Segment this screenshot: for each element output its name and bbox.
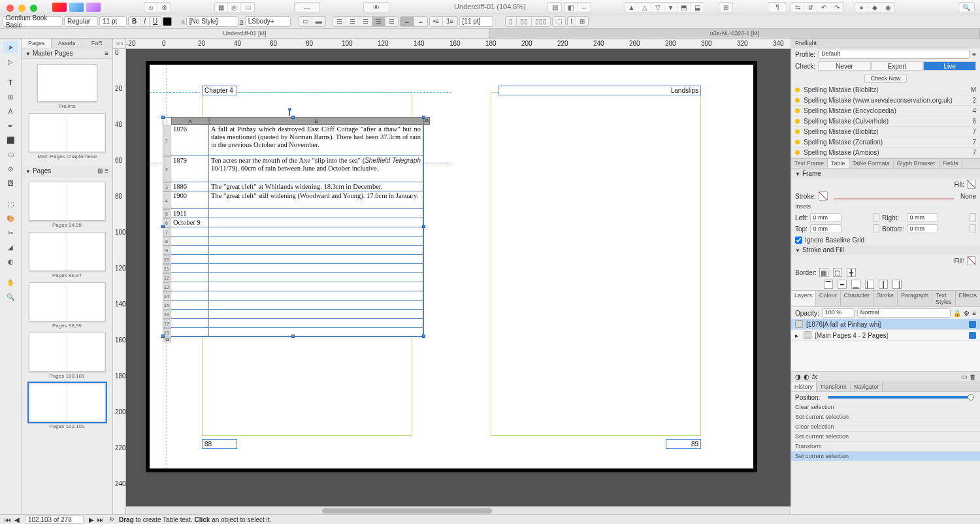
table-row[interactable]: 1876A fall at Pinhay which destroyed Eas… <box>171 125 423 156</box>
layer-row[interactable]: [1876|A fall at Pinhay whi] <box>791 319 980 330</box>
transform-tab[interactable]: Transform <box>817 382 851 391</box>
spacing-icon[interactable]: ↔ <box>578 3 591 12</box>
pan-tool[interactable]: ✋ <box>3 276 18 288</box>
font-size-field[interactable]: 11 pt <box>99 16 127 27</box>
table-row[interactable] <box>171 282 423 291</box>
layer-mask-icon[interactable]: ◑ <box>795 373 801 380</box>
inset-bottom-stepper[interactable] <box>970 224 976 233</box>
minimize-window[interactable] <box>18 5 25 12</box>
bullet-list[interactable]: •≡ <box>430 17 443 26</box>
colour-tab[interactable]: Colour <box>816 291 841 306</box>
fill-tool[interactable]: ◢ <box>3 241 18 253</box>
backward-icon[interactable]: ▽ <box>651 3 664 12</box>
col3[interactable]: ▯▯▯ <box>532 17 550 26</box>
page-thumb[interactable] <box>29 333 106 372</box>
flip-v-icon[interactable]: ⇵ <box>804 3 817 12</box>
table-row[interactable]: 1886The "great cleft" at Whitlands widen… <box>171 182 423 191</box>
row-header[interactable]: 1 <box>163 125 171 156</box>
preflight-export[interactable]: Export <box>871 61 924 71</box>
preflight-item[interactable]: Spelling Mistake (Bioblitz)7 <box>791 127 980 137</box>
stroke-tab[interactable]: Stroke <box>874 291 898 306</box>
zoom-tool[interactable]: 🔍 <box>3 291 18 303</box>
artistic-text-tool[interactable]: A <box>3 105 18 117</box>
folio-left[interactable]: 88 <box>202 439 237 449</box>
row-header[interactable]: 9 <box>163 246 171 255</box>
table-row[interactable] <box>171 237 423 246</box>
text-color-swatch[interactable] <box>163 17 172 26</box>
row-header[interactable]: 11 <box>163 264 171 273</box>
layers-tab[interactable]: Layers <box>791 291 816 306</box>
pen-tool[interactable]: ✒ <box>3 120 18 131</box>
frame-fill-swatch[interactable] <box>967 180 976 189</box>
layer-adjustment-icon[interactable]: ◐ <box>804 373 809 380</box>
doc-tab-1[interactable]: Undercliff-01 [M] <box>0 29 490 38</box>
snap-icon[interactable]: ⊞ <box>719 3 732 12</box>
folio-right[interactable]: 89 <box>666 439 701 449</box>
settings-icon[interactable]: ⚙ <box>157 3 171 12</box>
insert1[interactable]: t <box>568 17 577 26</box>
history-item[interactable]: Clear selection <box>791 422 980 432</box>
preflight-item[interactable]: Spelling Mistake (www.axevaleconservatio… <box>791 95 980 106</box>
search-icon[interactable]: 🔍 <box>958 3 974 12</box>
transparency-tool[interactable]: ◐ <box>3 255 18 267</box>
border-mid-h-icon[interactable]: ━ <box>838 280 847 289</box>
page-indicator[interactable]: 102,103 of 278 <box>25 516 84 524</box>
merge-icon[interactable]: ◧ <box>564 3 578 12</box>
table-row[interactable] <box>171 255 423 264</box>
preflight-profile-select[interactable]: Default <box>818 50 970 59</box>
preflight-item[interactable]: Spelling Mistake (Bioblitz)M <box>791 85 980 95</box>
pages-header[interactable]: ▼Pages⊞ ≡ <box>22 166 112 176</box>
navigator-tab[interactable]: Navigator <box>851 382 883 391</box>
doc-tab-2[interactable]: u3a-NL-0322-1 [M] <box>490 29 980 38</box>
obj-tab-textframe[interactable]: Text Frame <box>791 159 828 168</box>
preflight-live[interactable]: Live <box>923 61 976 71</box>
cell-fill-swatch[interactable] <box>967 256 976 265</box>
row-header[interactable]: 2 <box>163 156 171 182</box>
zoom-window[interactable] <box>30 5 37 12</box>
obj-tab-tableformats[interactable]: Table Formats <box>849 159 894 168</box>
number-list[interactable]: 1≡ <box>443 17 457 26</box>
ruler-vertical[interactable]: 020406080100120140160180200220240 <box>113 49 126 514</box>
align-right[interactable]: ☰ <box>359 17 372 26</box>
history-tab[interactable]: History <box>791 382 817 391</box>
row-header[interactable]: 13 <box>163 282 171 291</box>
page-right[interactable]: Landslips 89 <box>451 65 753 468</box>
preflight-menu-icon[interactable]: ≡ <box>972 51 976 58</box>
history-item[interactable]: Set current selection <box>791 432 980 442</box>
inset-right[interactable] <box>907 213 938 222</box>
obj-tab-glyph[interactable]: Glyph Browser <box>894 159 939 168</box>
table-row[interactable] <box>171 328 423 337</box>
layer-settings-icon[interactable]: ⚙ <box>964 310 970 317</box>
paragraph-style-field[interactable]: [No Style] <box>186 16 238 27</box>
master-thumb-prelims[interactable] <box>37 64 97 102</box>
wrap-icon[interactable]: ⬚ <box>553 17 565 26</box>
rotate-r-icon[interactable]: ↷ <box>830 3 843 12</box>
table-row[interactable] <box>171 246 423 255</box>
rotate-l-icon[interactable]: ↶ <box>817 3 830 12</box>
store-icon[interactable]: ◆ <box>868 3 881 12</box>
border-left-icon[interactable]: ▏ <box>865 280 874 289</box>
row-header[interactable]: 8 <box>163 237 171 246</box>
layer-lock-icon[interactable]: 🔒 <box>953 310 961 317</box>
history-item[interactable]: Set current selection <box>791 451 980 461</box>
canvas-scrollbar-h[interactable] <box>126 506 791 514</box>
lp-tab-pages[interactable]: Pages <box>22 39 52 48</box>
table-row[interactable] <box>171 264 423 273</box>
character-tab[interactable]: Character <box>841 291 874 306</box>
preflight-item[interactable]: Spelling Mistake (Encyclopedia)4 <box>791 106 980 116</box>
table-frame[interactable]: A B 123456789101112131415161718 1876A fa… <box>163 117 424 336</box>
table-row[interactable] <box>171 291 423 301</box>
table-row[interactable]: 1900The "great cleft" still widening (Wo… <box>171 191 423 209</box>
leading-field[interactable]: [11 pt] <box>459 16 493 27</box>
text-tool[interactable]: T <box>3 76 18 88</box>
delete-layer-icon[interactable]: 🗑 <box>970 373 976 380</box>
page-next-icon[interactable]: ▶ <box>88 516 95 523</box>
align-left[interactable]: ☰ <box>333 17 346 26</box>
help-icon[interactable]: ◉ <box>881 3 894 12</box>
align-justify[interactable]: ☰ <box>385 17 398 26</box>
insert2[interactable]: ⊞ <box>576 17 588 26</box>
preflight-item[interactable]: Spelling Mistake (Ambios)7 <box>791 148 980 158</box>
row-header[interactable]: 4 <box>163 191 171 209</box>
group-icon[interactable]: ⬒ <box>678 3 691 12</box>
status-flag-icon[interactable]: 🏳 <box>108 516 115 523</box>
